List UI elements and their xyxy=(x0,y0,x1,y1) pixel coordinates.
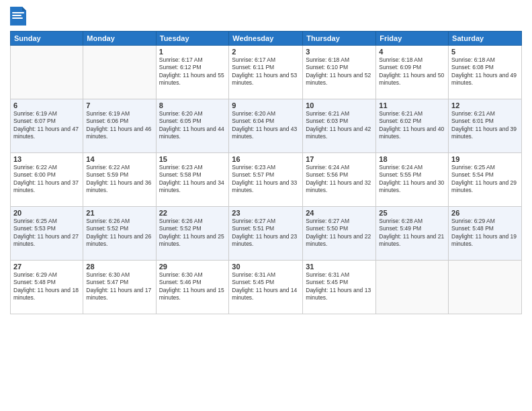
day-cell: 13Sunrise: 6:22 AM Sunset: 6:00 PM Dayli… xyxy=(11,153,83,207)
page: SundayMondayTuesdayWednesdayThursdayFrid… xyxy=(0,0,532,411)
day-info: Sunrise: 6:24 AM Sunset: 5:56 PM Dayligh… xyxy=(306,164,373,195)
day-number: 16 xyxy=(232,155,300,163)
day-info: Sunrise: 6:17 AM Sunset: 6:11 PM Dayligh… xyxy=(232,56,300,87)
day-number: 25 xyxy=(379,209,445,217)
week-row-4: 20Sunrise: 6:25 AM Sunset: 5:53 PM Dayli… xyxy=(11,207,522,261)
day-cell: 25Sunrise: 6:28 AM Sunset: 5:49 PM Dayli… xyxy=(376,207,449,261)
day-info: Sunrise: 6:22 AM Sunset: 6:00 PM Dayligh… xyxy=(13,164,80,195)
day-number: 31 xyxy=(306,263,373,271)
day-cell: 4Sunrise: 6:18 AM Sunset: 6:09 PM Daylig… xyxy=(376,46,449,99)
day-number: 12 xyxy=(451,101,519,109)
day-cell: 8Sunrise: 6:20 AM Sunset: 6:05 PM Daylig… xyxy=(156,99,229,153)
day-cell: 11Sunrise: 6:21 AM Sunset: 6:02 PM Dayli… xyxy=(376,99,449,153)
day-info: Sunrise: 6:20 AM Sunset: 6:04 PM Dayligh… xyxy=(232,110,300,141)
day-number: 26 xyxy=(451,209,519,217)
day-number: 10 xyxy=(306,101,373,109)
day-cell: 12Sunrise: 6:21 AM Sunset: 6:01 PM Dayli… xyxy=(449,99,522,153)
day-cell: 30Sunrise: 6:31 AM Sunset: 5:45 PM Dayli… xyxy=(229,261,303,314)
day-cell: 29Sunrise: 6:30 AM Sunset: 5:46 PM Dayli… xyxy=(156,261,229,314)
day-number: 23 xyxy=(232,209,300,217)
day-info: Sunrise: 6:21 AM Sunset: 6:01 PM Dayligh… xyxy=(451,110,519,141)
day-number: 28 xyxy=(86,263,152,271)
week-row-5: 27Sunrise: 6:29 AM Sunset: 5:48 PM Dayli… xyxy=(11,261,522,314)
day-cell: 5Sunrise: 6:18 AM Sunset: 6:08 PM Daylig… xyxy=(449,46,522,99)
day-cell xyxy=(83,46,156,99)
day-cell: 22Sunrise: 6:26 AM Sunset: 5:52 PM Dayli… xyxy=(156,207,229,261)
day-cell: 31Sunrise: 6:31 AM Sunset: 5:45 PM Dayli… xyxy=(303,261,376,314)
day-cell: 21Sunrise: 6:26 AM Sunset: 5:52 PM Dayli… xyxy=(83,207,156,261)
week-row-1: 1Sunrise: 6:17 AM Sunset: 6:12 PM Daylig… xyxy=(11,46,522,99)
day-cell: 14Sunrise: 6:22 AM Sunset: 5:59 PM Dayli… xyxy=(83,153,156,207)
weekday-header-saturday: Saturday xyxy=(449,32,522,46)
svg-rect-2 xyxy=(12,12,24,13)
day-cell: 9Sunrise: 6:20 AM Sunset: 6:04 PM Daylig… xyxy=(229,99,303,153)
day-info: Sunrise: 6:23 AM Sunset: 5:57 PM Dayligh… xyxy=(232,164,300,195)
weekday-header-monday: Monday xyxy=(83,32,156,46)
day-number: 20 xyxy=(13,209,80,217)
day-number: 19 xyxy=(451,155,519,163)
day-number: 8 xyxy=(159,101,226,109)
day-number: 17 xyxy=(306,155,373,163)
day-info: Sunrise: 6:18 AM Sunset: 6:10 PM Dayligh… xyxy=(306,56,373,87)
day-cell xyxy=(376,261,449,314)
week-row-3: 13Sunrise: 6:22 AM Sunset: 6:00 PM Dayli… xyxy=(11,153,522,207)
day-cell: 15Sunrise: 6:23 AM Sunset: 5:58 PM Dayli… xyxy=(156,153,229,207)
day-number: 6 xyxy=(13,101,80,109)
day-info: Sunrise: 6:31 AM Sunset: 5:45 PM Dayligh… xyxy=(232,271,300,302)
day-info: Sunrise: 6:29 AM Sunset: 5:48 PM Dayligh… xyxy=(451,218,519,248)
day-cell xyxy=(449,261,522,314)
day-cell: 2Sunrise: 6:17 AM Sunset: 6:11 PM Daylig… xyxy=(229,46,303,99)
day-cell: 23Sunrise: 6:27 AM Sunset: 5:51 PM Dayli… xyxy=(229,207,303,261)
day-cell: 18Sunrise: 6:24 AM Sunset: 5:55 PM Dayli… xyxy=(376,153,449,207)
day-info: Sunrise: 6:31 AM Sunset: 5:45 PM Dayligh… xyxy=(306,271,373,302)
day-info: Sunrise: 6:26 AM Sunset: 5:52 PM Dayligh… xyxy=(159,218,226,248)
day-info: Sunrise: 6:17 AM Sunset: 6:12 PM Dayligh… xyxy=(159,56,226,87)
day-number: 11 xyxy=(379,101,445,109)
weekday-header-row: SundayMondayTuesdayWednesdayThursdayFrid… xyxy=(11,32,522,46)
svg-rect-3 xyxy=(12,15,21,16)
weekday-header-friday: Friday xyxy=(376,32,449,46)
day-cell: 3Sunrise: 6:18 AM Sunset: 6:10 PM Daylig… xyxy=(303,46,376,99)
day-cell: 26Sunrise: 6:29 AM Sunset: 5:48 PM Dayli… xyxy=(449,207,522,261)
day-number: 21 xyxy=(86,209,152,217)
day-number: 14 xyxy=(86,155,152,163)
day-cell xyxy=(11,46,83,99)
day-number: 5 xyxy=(451,48,519,56)
day-info: Sunrise: 6:19 AM Sunset: 6:07 PM Dayligh… xyxy=(13,110,80,141)
day-info: Sunrise: 6:18 AM Sunset: 6:08 PM Dayligh… xyxy=(451,56,519,87)
day-cell: 10Sunrise: 6:21 AM Sunset: 6:03 PM Dayli… xyxy=(303,99,376,153)
day-info: Sunrise: 6:27 AM Sunset: 5:50 PM Dayligh… xyxy=(306,218,373,248)
day-number: 13 xyxy=(13,155,80,163)
day-info: Sunrise: 6:24 AM Sunset: 5:55 PM Dayligh… xyxy=(379,164,445,195)
day-cell: 24Sunrise: 6:27 AM Sunset: 5:50 PM Dayli… xyxy=(303,207,376,261)
day-number: 2 xyxy=(232,48,300,56)
day-number: 9 xyxy=(232,101,300,109)
day-info: Sunrise: 6:23 AM Sunset: 5:58 PM Dayligh… xyxy=(159,164,226,195)
day-info: Sunrise: 6:28 AM Sunset: 5:49 PM Dayligh… xyxy=(379,218,445,248)
day-number: 15 xyxy=(159,155,226,163)
day-cell: 19Sunrise: 6:25 AM Sunset: 5:54 PM Dayli… xyxy=(449,153,522,207)
day-cell: 7Sunrise: 6:19 AM Sunset: 6:06 PM Daylig… xyxy=(83,99,156,153)
svg-marker-1 xyxy=(22,7,26,11)
day-cell: 6Sunrise: 6:19 AM Sunset: 6:07 PM Daylig… xyxy=(11,99,83,153)
day-info: Sunrise: 6:29 AM Sunset: 5:48 PM Dayligh… xyxy=(13,271,80,302)
day-info: Sunrise: 6:30 AM Sunset: 5:47 PM Dayligh… xyxy=(86,271,152,302)
day-number: 3 xyxy=(306,48,373,56)
day-number: 7 xyxy=(86,101,152,109)
day-info: Sunrise: 6:22 AM Sunset: 5:59 PM Dayligh… xyxy=(86,164,152,195)
day-info: Sunrise: 6:25 AM Sunset: 5:54 PM Dayligh… xyxy=(451,164,519,195)
day-info: Sunrise: 6:21 AM Sunset: 6:02 PM Dayligh… xyxy=(379,110,445,141)
day-number: 30 xyxy=(232,263,300,271)
day-cell: 27Sunrise: 6:29 AM Sunset: 5:48 PM Dayli… xyxy=(11,261,83,314)
day-number: 4 xyxy=(379,48,445,56)
svg-rect-4 xyxy=(12,17,23,19)
week-row-2: 6Sunrise: 6:19 AM Sunset: 6:07 PM Daylig… xyxy=(11,99,522,153)
day-number: 24 xyxy=(306,209,373,217)
day-number: 18 xyxy=(379,155,445,163)
calendar-table: SundayMondayTuesdayWednesdayThursdayFrid… xyxy=(10,31,522,314)
weekday-header-sunday: Sunday xyxy=(11,32,83,46)
day-info: Sunrise: 6:19 AM Sunset: 6:06 PM Dayligh… xyxy=(86,110,152,141)
day-number: 29 xyxy=(159,263,226,271)
day-info: Sunrise: 6:20 AM Sunset: 6:05 PM Dayligh… xyxy=(159,110,226,141)
day-info: Sunrise: 6:30 AM Sunset: 5:46 PM Dayligh… xyxy=(159,271,226,302)
